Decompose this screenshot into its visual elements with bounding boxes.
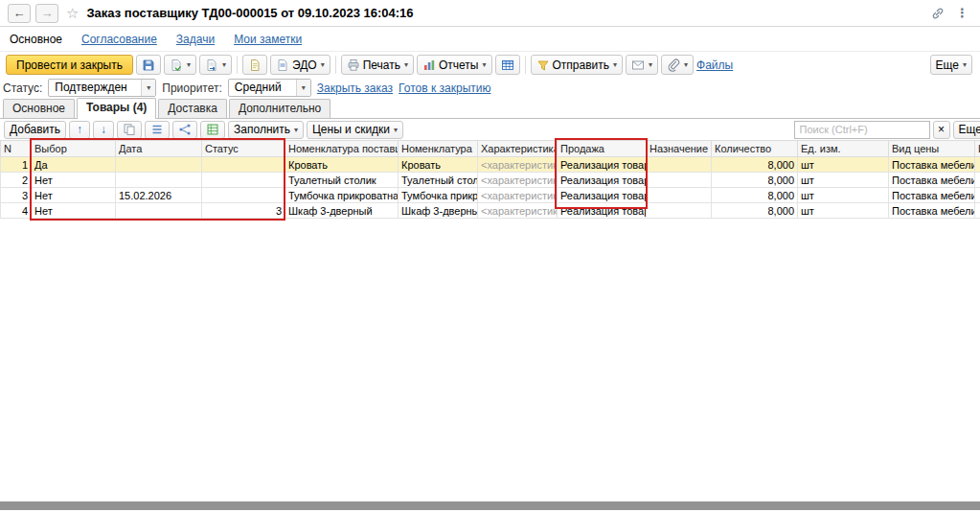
cell-supplier_item[interactable]: Тумбочка прикроватная	[285, 188, 399, 203]
cell-price_kind[interactable]: Поставка мебели	[889, 173, 975, 188]
cell-choice[interactable]: Нет	[32, 203, 116, 219]
table-row[interactable]: 4Нет3Шкаф 3-дверныйШкаф 3-дверный<характ…	[1, 203, 980, 219]
cell-sale[interactable]: Реализация товар...	[558, 188, 647, 203]
edo-button[interactable]: ЭДО ▾	[270, 55, 330, 75]
cell-purpose[interactable]	[647, 173, 712, 188]
cell-purpose[interactable]	[647, 203, 712, 219]
cell-item[interactable]: Туалетный столик	[399, 173, 478, 188]
ready-to-close-link[interactable]: Готов к закрытию	[399, 81, 490, 95]
cell-status[interactable]: 3	[202, 203, 285, 219]
col-header-choice[interactable]: Выбор	[32, 141, 116, 157]
cell-status[interactable]	[202, 157, 285, 173]
cell-extra[interactable]	[975, 188, 980, 203]
post-button[interactable]: ▾	[164, 55, 196, 75]
col-header-item[interactable]: Номенклатура	[399, 141, 478, 157]
cell-unit[interactable]: шт	[798, 188, 889, 203]
prices-discounts-button[interactable]: Цены и скидки ▾	[307, 121, 403, 139]
cell-date[interactable]	[116, 173, 202, 188]
col-header-purpose[interactable]: Назначение	[647, 141, 712, 157]
cell-n[interactable]: 2	[1, 173, 32, 188]
cell-price_kind[interactable]: Поставка мебели	[889, 157, 975, 173]
cell-price_kind[interactable]: Поставка мебели	[889, 203, 975, 219]
table-row[interactable]: 1ДаКроватьКровать<характеристики...Реали…	[1, 157, 980, 173]
get-link-icon[interactable]	[931, 7, 945, 20]
save-button[interactable]	[136, 55, 161, 75]
col-header-price[interactable]: Ц	[975, 141, 980, 157]
cell-sale[interactable]: Реализация товар...	[558, 173, 647, 188]
col-header-n[interactable]: N	[1, 141, 32, 157]
nav-tab-approval[interactable]: Согласование	[81, 33, 157, 46]
cell-qty[interactable]: 8,000	[712, 157, 798, 173]
mail-button[interactable]: ▾	[626, 55, 658, 75]
cell-sale[interactable]: Реализация товар...	[558, 157, 647, 173]
cell-supplier_item[interactable]: Туалетный столик	[285, 173, 399, 188]
add-row-button[interactable]: Добавить	[4, 121, 66, 139]
cell-extra[interactable]	[975, 203, 980, 219]
cell-item[interactable]: Шкаф 3-дверный	[399, 203, 478, 219]
cell-characteristic[interactable]: <характеристики...	[478, 203, 558, 219]
cell-price_kind[interactable]: Поставка мебели	[889, 188, 975, 203]
col-header-status[interactable]: Статус	[202, 141, 285, 157]
clear-search-button[interactable]: ×	[933, 121, 950, 139]
priority-select[interactable]: Средний ▾	[228, 79, 311, 97]
cell-qty[interactable]: 8,000	[712, 203, 798, 219]
col-header-sale[interactable]: Продажа	[558, 141, 647, 157]
cell-n[interactable]: 4	[1, 203, 32, 219]
chevron-down-icon[interactable]: ▾	[141, 80, 155, 96]
forward-button[interactable]: →	[35, 4, 58, 23]
search-input[interactable]	[794, 121, 930, 139]
cell-unit[interactable]: шт	[798, 203, 889, 219]
cell-date[interactable]	[116, 157, 202, 173]
create-based-on-button[interactable]: ▾	[199, 55, 232, 75]
reports-button[interactable]: Отчеты ▾	[417, 55, 492, 75]
document-button[interactable]	[242, 55, 267, 75]
more-button[interactable]: Еще ▾	[930, 55, 972, 75]
nav-tab-tasks[interactable]: Задачи	[176, 33, 215, 46]
col-header-unit[interactable]: Ед. изм.	[798, 141, 889, 157]
cell-item[interactable]: Тумбочка прикро...	[399, 188, 478, 203]
doc-tab-additional[interactable]: Дополнительно	[229, 99, 330, 118]
nav-tab-main[interactable]: Основное	[10, 33, 62, 46]
col-header-date[interactable]: Дата	[116, 141, 202, 157]
cell-characteristic[interactable]: <характеристики...	[478, 173, 558, 188]
table-row[interactable]: 3Нет15.02.2026Тумбочка прикроватнаяТумбо…	[1, 188, 980, 203]
fill-button[interactable]: Заполнить ▾	[228, 121, 304, 139]
col-header-supplier-item[interactable]: Номенклатура поставщика	[285, 141, 399, 157]
export-button[interactable]	[200, 121, 225, 139]
table-view-button[interactable]	[495, 55, 520, 75]
cell-choice[interactable]: Нет	[32, 188, 116, 203]
back-button[interactable]: ←	[8, 4, 31, 23]
post-close-button[interactable]: Провести и закрыть	[6, 55, 133, 75]
cell-extra[interactable]	[975, 173, 980, 188]
table-row[interactable]: 2НетТуалетный столикТуалетный столик<хар…	[1, 173, 980, 188]
doc-tab-main[interactable]: Основное	[3, 99, 75, 118]
cell-status[interactable]	[202, 188, 285, 203]
cell-unit[interactable]: шт	[798, 157, 889, 173]
cell-characteristic[interactable]: <характеристики...	[478, 188, 558, 203]
share-button[interactable]	[172, 121, 197, 139]
cell-supplier_item[interactable]: Шкаф 3-дверный	[285, 203, 399, 219]
move-down-button[interactable]: ↓	[93, 121, 114, 139]
more-menu-icon[interactable]: ⋮	[956, 6, 969, 20]
cell-date[interactable]: 15.02.2026	[116, 188, 202, 203]
col-header-quantity[interactable]: Количество	[712, 141, 798, 157]
cell-n[interactable]: 1	[1, 157, 32, 173]
favorite-star-icon[interactable]: ☆	[66, 5, 79, 22]
cell-supplier_item[interactable]: Кровать	[285, 157, 399, 173]
cell-purpose[interactable]	[647, 188, 712, 203]
cell-choice[interactable]: Нет	[32, 173, 116, 188]
cell-status[interactable]	[202, 173, 285, 188]
col-header-characteristic[interactable]: Характеристика	[478, 141, 558, 157]
cell-purpose[interactable]	[647, 157, 712, 173]
nav-tab-notes[interactable]: Мои заметки	[234, 33, 302, 46]
cell-choice[interactable]: Да	[32, 157, 116, 173]
cell-n[interactable]: 3	[1, 188, 32, 203]
print-button[interactable]: Печать ▾	[341, 55, 414, 75]
doc-tab-goods[interactable]: Товары (4)	[77, 98, 156, 119]
cell-date[interactable]	[116, 203, 202, 219]
cell-qty[interactable]: 8,000	[712, 188, 798, 203]
status-select[interactable]: Подтвержден ▾	[48, 79, 156, 97]
cell-qty[interactable]: 8,000	[712, 173, 798, 188]
cell-sale[interactable]: Реализация товар...	[558, 203, 647, 219]
cell-item[interactable]: Кровать	[399, 157, 478, 173]
